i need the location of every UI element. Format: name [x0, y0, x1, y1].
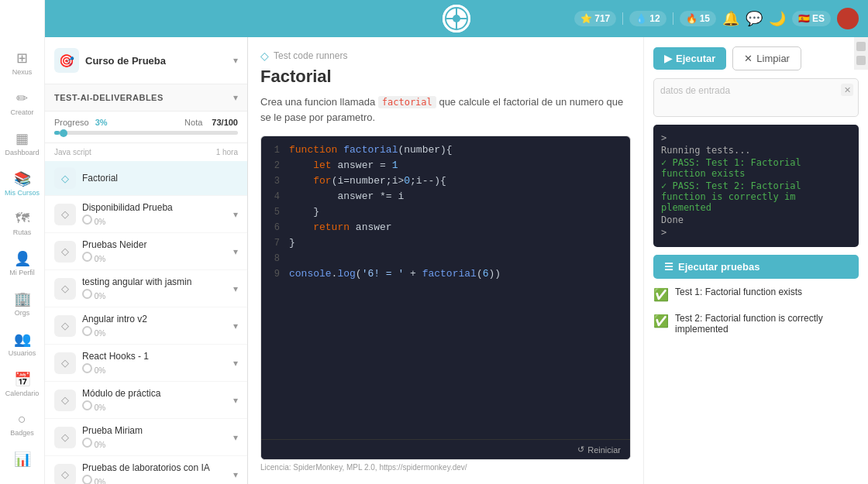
output-line: ✓ PASS: Test 1: Factorial function exist… [661, 157, 851, 179]
code-line: 3 for(i=number;i>0;i--){ [261, 175, 630, 191]
ejecutar-button[interactable]: ▶ Ejecutar [653, 47, 726, 70]
lesson-icon: ◇ [54, 464, 76, 485]
list-icon: ☰ [664, 261, 673, 273]
list-item[interactable]: ◇ Disponibilidad Prueba 0% ▾ [45, 196, 247, 233]
course-header[interactable]: 🎯 Curso de Prueba ▾ [45, 37, 247, 84]
lesson-chevron-icon: ▾ [233, 246, 238, 257]
radio-icon [82, 400, 92, 410]
output-line: Running tests... [661, 145, 851, 156]
ejecutar-pruebas-button[interactable]: ☰ Ejecutar pruebas [653, 255, 859, 279]
drop-icon: 💧 [636, 13, 647, 24]
lesson-icon: ◇ [54, 352, 76, 374]
creator-icon: ✏ [16, 90, 28, 107]
section-title: TEST-AI-DELIVERABLES [54, 93, 164, 102]
divider2 [673, 12, 673, 25]
sidebar-item-badges[interactable]: ○ Badges [0, 405, 44, 443]
sidebar-item-usuarios[interactable]: 👥 Usuarios [0, 324, 44, 363]
sidebar-item-perfil[interactable]: 👤 Mi Perfil [0, 244, 44, 283]
star-icon: ⭐ [580, 13, 592, 24]
list-item[interactable]: ◇ Factorial [45, 161, 247, 196]
nota-label: Nota [184, 118, 202, 127]
lang-flag[interactable]: 🇪🇸 ES [792, 11, 831, 26]
lesson-icon: ◇ [54, 241, 76, 263]
nota-val: 73/100 [212, 118, 238, 127]
breadcrumb: ◇ Test code runners [260, 50, 631, 62]
chat-icon[interactable]: 💬 [746, 10, 763, 27]
edge-tool-1[interactable] [856, 42, 866, 51]
bell-icon[interactable]: 🔔 [722, 10, 739, 27]
lessons-group-header: Java script 1 hora [45, 143, 247, 161]
edge-tool-2[interactable] [856, 56, 866, 65]
lesson-chevron-icon: ▾ [233, 321, 238, 331]
pass-icon: ✅ [653, 287, 669, 302]
sidebar-item-calendario[interactable]: 📅 Calendario [0, 365, 44, 403]
list-item[interactable]: ◇ testing angular with jasmin 0% ▾ [45, 270, 247, 307]
code-editor-inner[interactable]: 1function factorial(number){ 2 let answe… [261, 136, 630, 439]
svg-point-2 [453, 15, 460, 22]
editor-license: Licencia: SpiderMonkey, MPL 2.0, https:/… [260, 463, 631, 472]
course-icon: 🎯 [54, 48, 79, 73]
nexus-icon: ⊞ [16, 50, 28, 67]
input-close-button[interactable]: ✕ [841, 84, 853, 96]
flame-badge: 🔥 15 [680, 11, 716, 26]
list-item[interactable]: ◇ Angular intro v2 0% ▾ [45, 307, 247, 345]
progress-fill [54, 131, 60, 135]
right-panel: ▶ Ejecutar ✕ Limpiar datos de entrada ✕ … [643, 37, 868, 484]
list-item[interactable]: ◇ React Hooks - 1 0% ▾ [45, 345, 247, 382]
moon-icon[interactable]: 🌙 [769, 10, 786, 27]
section-header[interactable]: TEST-AI-DELIVERABLES ▾ [45, 84, 247, 112]
course-chevron-icon: ▾ [233, 55, 238, 66]
radio-icon [82, 215, 92, 225]
progress-area: Progreso 3% Nota 73/100 [45, 112, 247, 143]
reiniciar-button[interactable]: ↺ Reiniciar [577, 445, 621, 455]
topbar: ⭐ 717 💧 12 🔥 15 🔔 💬 🌙 🇪🇸 ES [45, 0, 868, 37]
usuarios-icon: 👥 [14, 331, 31, 348]
lesson-chevron-icon: ▾ [233, 432, 238, 443]
reiniciar-icon: ↺ [577, 445, 584, 455]
test-section: ☰ Ejecutar pruebas ✅ Test 1: Factorial f… [653, 255, 859, 338]
section-chevron-icon: ▾ [233, 92, 238, 103]
list-item[interactable]: ◇ Pruebas de laboratorios con IA 0% ▾ [45, 456, 247, 484]
code-line: 6 return answer [261, 221, 630, 237]
sidebar-item-rutas[interactable]: 🗺 Rutas [0, 204, 44, 242]
lesson-chevron-icon: ▾ [233, 209, 238, 220]
page-description: Crea una funcion llamada factorial que c… [260, 94, 631, 125]
sidebar-item-nexus[interactable]: ⊞ Nexus [0, 43, 44, 82]
avatar[interactable] [837, 8, 859, 29]
test-result-1: ✅ Test 1: Factorial function exists [653, 283, 859, 305]
sidebar-item-creator[interactable]: ✏ Creator [0, 84, 44, 122]
lesson-chevron-icon: ▾ [233, 358, 238, 369]
main-content: ◇ Test code runners Factorial Crea una f… [248, 37, 868, 484]
list-item[interactable]: ◇ Prueba Miriam 0% ▾ [45, 419, 247, 456]
sidebar-item-dashboard[interactable]: ▦ Dashboard [0, 124, 44, 163]
list-item[interactable]: ◇ Pruebas Neider 0% ▾ [45, 233, 247, 270]
perfil-icon: 👤 [14, 250, 31, 267]
limpiar-button[interactable]: ✕ Limpiar [732, 46, 801, 70]
sidebar-item-orgs[interactable]: 🏢 Orgs [0, 284, 44, 323]
progress-track [54, 131, 238, 135]
output-line: > [661, 227, 851, 238]
sidebar-item-stats[interactable]: 📊 [0, 445, 44, 474]
drop-badge: 💧 12 [629, 11, 666, 26]
editor-footer: ↺ Reiniciar [261, 439, 630, 459]
input-area[interactable]: datos de entrada ✕ [653, 78, 859, 117]
code-line: 8 [261, 252, 630, 268]
badges-icon: ○ [18, 411, 26, 427]
sidebar: ⊞ Nexus ✏ Creator ▦ Dashboard 📚 Mis Curs… [0, 0, 45, 484]
logo [443, 5, 470, 33]
dashboard-icon: ▦ [16, 130, 29, 147]
lesson-chevron-icon: ▾ [233, 283, 238, 294]
code-line: 5 } [261, 206, 630, 221]
radio-icon [82, 326, 92, 336]
code-line: 7} [261, 237, 630, 252]
breadcrumb-icon: ◇ [260, 50, 269, 62]
code-editor[interactable]: 1function factorial(number){ 2 let answe… [260, 136, 631, 460]
play-icon: ▶ [664, 53, 672, 64]
star-badge: ⭐ 717 [574, 11, 616, 26]
progress-dot [60, 129, 67, 137]
lesson-icon: ◇ [54, 427, 76, 448]
list-item[interactable]: ◇ Módulo de práctica 0% ▾ [45, 382, 247, 419]
sidebar-item-miscursos[interactable]: 📚 Mis Cursos [0, 164, 44, 203]
flame-icon: 🔥 [686, 13, 698, 24]
lesson-icon: ◇ [54, 390, 76, 411]
